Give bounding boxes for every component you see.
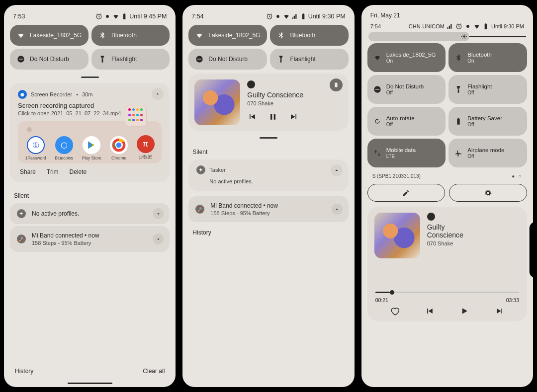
data-icon [373, 149, 381, 157]
output-device-button[interactable] [470, 213, 533, 289]
panel-notification-shade-2: 7:54 Until 9:30 PM Lakeside_1802_5G Blue… [182, 5, 354, 387]
album-art [374, 213, 420, 258]
flash-icon [454, 85, 462, 93]
panel-quick-settings-expanded: Fri, May 21 7:54 CHN-UNICOM Until 9:30 P… [361, 5, 533, 387]
bluetooth-icon [454, 54, 462, 62]
tasker-icon: ✦ [196, 165, 205, 174]
tile-dnd[interactable]: Do Not DisturbOff [367, 75, 446, 104]
action-delete[interactable]: Delete [70, 168, 87, 175]
play-button[interactable] [459, 306, 469, 317]
time-total: 03:33 [506, 297, 519, 303]
quick-settings: Lakeside_1802_5G Bluetooth Do Not Distur… [10, 25, 170, 70]
share-1password[interactable]: ①1Password [25, 136, 46, 160]
notif-miband[interactable]: 🚀 Mi Band connected • now 158 Steps - 95… [188, 196, 348, 222]
pause-button[interactable] [268, 112, 278, 123]
wifi-icon [112, 13, 119, 20]
battery-icon [300, 13, 307, 20]
spotify-icon [427, 213, 435, 221]
tile-bluetooth[interactable]: BluetoothOn [448, 43, 527, 72]
track-artist: 070 Shake [247, 100, 342, 106]
tile-dnd[interactable]: Do Not Disturb [10, 49, 89, 70]
tile-flashlight[interactable]: Flashlight [270, 49, 348, 70]
seek-bar[interactable] [375, 292, 519, 293]
bug-icon [104, 13, 111, 20]
bug-icon [464, 23, 471, 30]
thumbnail[interactable] [125, 105, 147, 127]
spotify-icon [247, 80, 255, 88]
status-bar: 7:53 Until 9:45 PM [10, 11, 170, 25]
nav-handle[interactable] [68, 383, 112, 384]
alarm-icon [266, 13, 273, 20]
track-title: Guilty Conscience [247, 91, 342, 99]
clock: 7:53 [13, 13, 25, 20]
quick-settings-grid: Lakeside_1802_5GOn BluetoothOn Do Not Di… [367, 43, 527, 167]
wifi-icon [283, 13, 290, 20]
tile-battery[interactable]: Battery SaverOff [448, 107, 527, 136]
drag-handle[interactable] [81, 77, 99, 78]
clock: 7:54 [191, 13, 203, 20]
tile-wifi[interactable]: Lakeside_1802_5G [10, 25, 89, 46]
tile-bluetooth[interactable]: Bluetooth [270, 25, 348, 46]
drag-handle[interactable] [260, 137, 277, 139]
expand-button[interactable] [153, 234, 164, 244]
share-playstore[interactable]: Play Store [82, 136, 101, 160]
share-chrome[interactable]: Chrome [110, 136, 128, 160]
tile-flash[interactable]: FlashlightOff [448, 75, 527, 104]
media-card[interactable]: Guilty Conscience 070 Shake [188, 74, 348, 131]
share-hint-dot [27, 127, 32, 132]
tile-bluetooth[interactable]: Bluetooth [91, 25, 170, 46]
notif-tasker[interactable]: ✦ No active profiles. [10, 203, 170, 224]
quick-settings: Lakeside_1802_5G Bluetooth Do Not Distur… [188, 25, 348, 70]
alarm-until: Until 9:45 PM [129, 13, 167, 20]
share-sheet: ①1Password ⬡Bluecoins Play Store Chrome … [18, 121, 162, 163]
tile-dnd[interactable]: Do Not Disturb [188, 49, 267, 70]
wifi-icon [473, 23, 480, 30]
rocket-icon: 🚀 [17, 235, 26, 243]
tile-wifi[interactable]: Lakeside_1802_5G [188, 25, 267, 46]
battery-icon [121, 13, 128, 20]
tile-airplane[interactable]: Airplane modeOff [448, 139, 527, 167]
signal-icon [447, 23, 453, 30]
action-trim[interactable]: Trim [47, 168, 59, 175]
tile-wifi[interactable]: Lakeside_1802_5GOn [367, 43, 446, 72]
page-indicator[interactable]: ● ○ [512, 173, 522, 179]
prev-button[interactable] [247, 112, 257, 123]
prev-button[interactable] [425, 306, 435, 317]
notif-screen-recorder[interactable]: ◉ Screen Recorder • 30m Screen recording… [10, 83, 170, 182]
tile-data[interactable]: Mobile dataLTE [367, 139, 446, 167]
tile-flashlight[interactable]: Flashlight [91, 49, 170, 70]
wifi-icon [373, 54, 381, 62]
output-device-button[interactable] [330, 78, 343, 91]
history-button[interactable]: History [15, 368, 33, 375]
clear-all-button[interactable]: Clear all [143, 368, 165, 375]
brightness-slider[interactable] [368, 36, 526, 37]
collapse-button[interactable] [152, 88, 164, 100]
settings-button[interactable] [449, 184, 527, 202]
collapse-button[interactable] [331, 164, 343, 176]
next-button[interactable] [289, 112, 299, 123]
notif-app: Screen Recorder [31, 91, 72, 97]
tasker-icon: ✦ [17, 209, 26, 218]
action-share[interactable]: Share [20, 168, 36, 175]
media-card[interactable]: Guilty Conscience 070 Shake 00:21 03:33 [367, 207, 527, 321]
camera-icon: ◉ [18, 90, 27, 99]
share-bluecoins[interactable]: ⬡Bluecoins [55, 136, 73, 160]
track-artist: 070 Shake [427, 240, 463, 246]
tile-rotate[interactable]: Auto-rotateOff [367, 107, 446, 136]
next-button[interactable] [495, 306, 505, 317]
bug-icon [274, 13, 281, 20]
like-button[interactable] [390, 306, 400, 317]
notif-miband[interactable]: 🚀 Mi Band connected • now 158 Steps - 95… [10, 226, 170, 252]
notif-tasker[interactable]: ✦ Tasker No active profiles. [188, 159, 348, 191]
expand-button[interactable] [332, 204, 343, 215]
expand-button[interactable] [153, 208, 164, 219]
share-sspai[interactable]: π少数派 [137, 135, 155, 160]
build-label: S (SPB1.210331.013) [372, 173, 421, 179]
dnd-icon [373, 85, 381, 93]
battery-icon [482, 23, 489, 30]
panel-notification-shade-1: 7:53 Until 9:45 PM Lakeside_1802_5G Blue… [4, 5, 176, 387]
edit-tiles-button[interactable] [367, 184, 446, 202]
history-button[interactable]: History [188, 224, 348, 240]
alarm-until: Until 9:30 PM [308, 13, 346, 20]
rocket-icon: 🚀 [195, 205, 204, 214]
